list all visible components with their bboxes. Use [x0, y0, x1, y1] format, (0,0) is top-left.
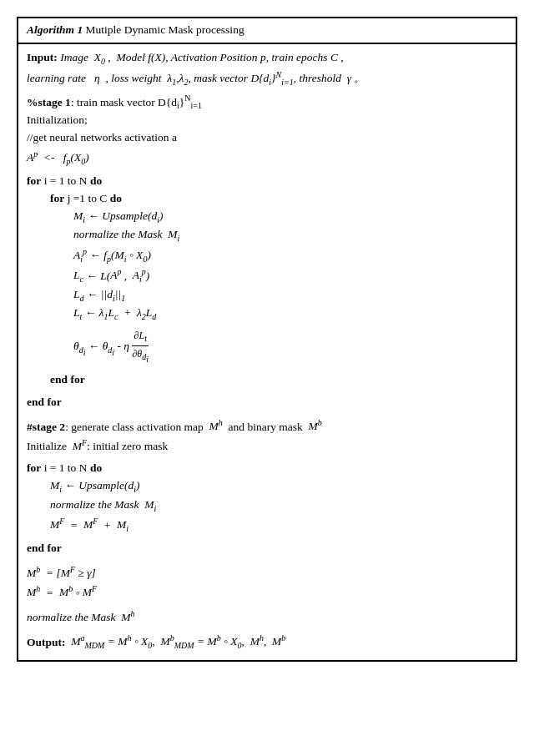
- output-line: Output: MaMDM = Mh ◦ X0, MbMDM = Mb ◦ X0…: [27, 632, 507, 653]
- learning-rate-line: learning rate η , loss weight λ1,λ2, mas…: [27, 68, 507, 88]
- input-line: Input: Image X0 , Model f(X), Activation…: [27, 49, 507, 68]
- algorithm-title: Mutiple Dynamic Mask processing: [86, 23, 244, 36]
- for-i-line: for i = 1 to N do: [27, 173, 507, 190]
- end-for-i-line: end for: [27, 394, 507, 411]
- mf-update-line: MF = MF + Mi: [27, 515, 507, 536]
- for-i2-line: for i = 1 to N do: [27, 460, 507, 477]
- init-mf-line: Initialize MF: initial zero mask: [27, 436, 507, 455]
- end-for-j-line: end for: [27, 371, 507, 389]
- ai-p-line: Aip ← fp(Mi ◦ X0): [27, 244, 507, 265]
- normalize-mi-line: normalize the Mask Mi: [27, 226, 507, 244]
- normalize-mi2-line: normalize the Mask Mi: [27, 496, 507, 515]
- lc-line: Lc ← L(Ap , Aip): [27, 265, 507, 286]
- ld-line: Ld ← ||di||1: [27, 286, 507, 305]
- comment-line: //get neural networks activation a: [27, 129, 507, 147]
- initialization-line: Initialization;: [27, 112, 507, 129]
- theta-update-line: θdi ← θdi - η ∂Lt ∂θdi: [27, 328, 507, 366]
- algorithm-header: Algorithm 1 Mutiple Dynamic Mask process…: [18, 18, 516, 44]
- normalize-mh-line: normalize the Mask Mh: [27, 607, 507, 626]
- stage2-line: #stage 2: generate class activation map …: [27, 416, 507, 436]
- mb-line: Mb = [MF ≥ γ]: [27, 562, 507, 582]
- algorithm-body: Input: Image X0 , Model f(X), Activation…: [18, 44, 516, 660]
- mh-line: Mh = Mb ◦ MF: [27, 582, 507, 602]
- stage1-line: %stage 1: train mask vector D{di}Ni=1: [27, 92, 507, 113]
- algorithm-box: Algorithm 1 Mutiple Dynamic Mask process…: [17, 17, 517, 662]
- ap-line: Ap <- fp(X0): [27, 147, 507, 168]
- lt-line: Lt ← λ1Lc + λ2Ld: [27, 305, 507, 323]
- end-for2-line: end for: [27, 540, 507, 557]
- for-j-line: for j =1 to C do: [27, 190, 507, 208]
- mi-upsample-line: Mi ← Upsample(di): [27, 208, 507, 226]
- mi-upsample2-line: Mi ← Upsample(di): [27, 477, 507, 496]
- algorithm-label: Algorithm 1: [27, 23, 83, 36]
